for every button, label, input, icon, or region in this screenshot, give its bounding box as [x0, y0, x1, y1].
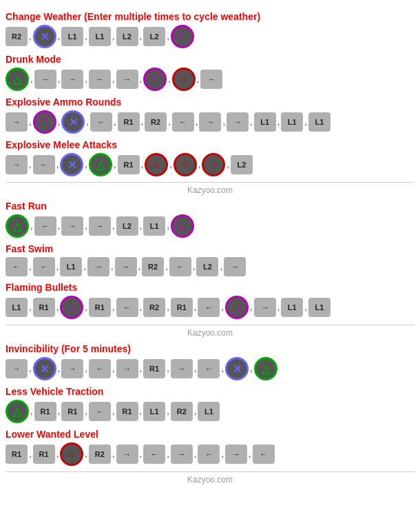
- separator: ,: [194, 445, 197, 464]
- btn-l1: L1: [308, 298, 330, 317]
- separator: ,: [194, 359, 197, 378]
- btn-l2: L2: [143, 27, 165, 46]
- separator: ,: [56, 298, 59, 317]
- separator: ,: [29, 27, 32, 46]
- arrow-left-button: ←: [198, 359, 220, 378]
- btn-r1: R1: [34, 402, 56, 421]
- btn-l2: L2: [116, 216, 138, 236]
- arrow-left-button: ←: [200, 70, 222, 89]
- separator: ,: [140, 70, 143, 89]
- section-title-less-vehicle-traction: Less Vehicle Traction: [6, 386, 414, 397]
- separator: ,: [85, 298, 87, 317]
- arrow-right-button: →: [6, 359, 28, 378]
- separator: ,: [56, 257, 59, 276]
- cheat-row-lower-wanted-level: R1,R1,○,R2,→,←,→,←,→,←: [6, 442, 414, 466]
- separator: ,: [141, 112, 144, 132]
- cheat-row-less-vehicle-traction: △,R1,R1,←,R1,L1,R2,L1: [6, 400, 414, 423]
- section-title-drunk-mode: Drunk Mode: [6, 54, 414, 65]
- arrow-right-button: →: [254, 298, 276, 317]
- separator: ,: [167, 298, 169, 317]
- square-button: □: [143, 68, 167, 91]
- btn-r1: R1: [118, 112, 140, 132]
- separator: ,: [167, 359, 169, 378]
- section-title-flaming-bullets: Flaming Bullets: [6, 282, 414, 293]
- separator: ,: [83, 257, 86, 276]
- btn-l1: L1: [308, 112, 330, 132]
- btn-l1: L1: [61, 27, 83, 46]
- cheat-row-fast-run: △,←,→,→,L2,L1,□: [6, 214, 414, 238]
- btn-r2: R2: [142, 257, 164, 276]
- cheat-row-flaming-bullets: L1,R1,□,R1,←,R2,R1,←,□,→,L1,L1: [6, 296, 414, 319]
- watermark: Kazyoo.com: [6, 475, 414, 485]
- divider: [6, 471, 414, 472]
- btn-l1: L1: [281, 112, 303, 132]
- watermark: Kazyoo.com: [6, 185, 414, 195]
- separator: ,: [30, 216, 33, 236]
- divider: [6, 325, 414, 325]
- separator: ,: [277, 112, 280, 132]
- separator: ,: [111, 257, 114, 276]
- square-button: □: [60, 296, 83, 319]
- arrow-left-button: ←: [198, 445, 220, 464]
- triangle-button: △: [254, 357, 277, 380]
- separator: ,: [221, 445, 224, 464]
- divider: [6, 182, 414, 183]
- separator: ,: [85, 445, 87, 464]
- square-button: □: [225, 296, 249, 319]
- cross-button: ✕: [33, 25, 56, 48]
- arrow-right-button: →: [227, 112, 249, 132]
- separator: ,: [140, 298, 143, 317]
- btn-l2: L2: [231, 155, 253, 174]
- separator: ,: [29, 445, 32, 464]
- separator: ,: [222, 112, 225, 132]
- arrow-left-button: ←: [89, 402, 111, 421]
- btn-l1: L1: [6, 298, 28, 317]
- separator: ,: [112, 359, 115, 378]
- arrow-right-button: →: [224, 257, 246, 276]
- square-button: □: [171, 25, 194, 48]
- separator: ,: [56, 155, 59, 174]
- app-container: Change Weather (Enter multiple times to …: [6, 11, 414, 485]
- separator: ,: [168, 70, 171, 89]
- circle-button: ○: [145, 153, 168, 176]
- btn-l1: L1: [143, 402, 165, 421]
- section-title-lower-wanted-level: Lower Wanted Level: [6, 429, 414, 440]
- cheat-row-fast-swim: ←,←,L1,→,→,R2,←,L2,→: [6, 257, 414, 276]
- separator: ,: [85, 216, 87, 236]
- arrow-right-button: →: [171, 359, 193, 378]
- separator: ,: [169, 155, 172, 174]
- separator: ,: [277, 298, 280, 317]
- separator: ,: [250, 359, 253, 378]
- separator: ,: [140, 402, 143, 421]
- cheat-row-explosive-ammo: →,□,✕,←,R1,R2,←,→,→,L1,L1,L1: [6, 110, 414, 134]
- section-title-fast-swim: Fast Swim: [6, 243, 414, 254]
- cross-button: ✕: [61, 110, 85, 134]
- separator: ,: [29, 155, 32, 174]
- separator: ,: [304, 298, 307, 317]
- cross-button: ✕: [60, 153, 83, 176]
- btn-r1: R1: [61, 402, 83, 421]
- btn-l1: L1: [254, 112, 276, 132]
- separator: ,: [250, 112, 253, 132]
- btn-r1: R1: [116, 402, 138, 421]
- arrow-left-button: ←: [116, 298, 138, 317]
- circle-button: ○: [60, 442, 83, 466]
- separator: ,: [30, 402, 33, 421]
- cross-button: ✕: [225, 357, 249, 380]
- circle-button: ○: [202, 153, 225, 176]
- separator: ,: [227, 155, 229, 174]
- btn-r1: R1: [89, 298, 111, 317]
- triangle-button: △: [6, 68, 29, 91]
- arrow-left-button: ←: [89, 70, 111, 89]
- arrow-right-button: →: [115, 257, 137, 276]
- btn-r2: R2: [89, 445, 111, 464]
- cheat-row-change-weather: R2,✕,L1,L1,L2,L2,□: [6, 25, 414, 48]
- separator: ,: [140, 216, 143, 236]
- separator: ,: [29, 112, 32, 132]
- separator: ,: [112, 27, 115, 46]
- separator: ,: [141, 155, 144, 174]
- arrow-right-button: →: [171, 445, 193, 464]
- arrow-right-button: →: [116, 445, 138, 464]
- separator: ,: [112, 70, 115, 89]
- separator: ,: [167, 445, 169, 464]
